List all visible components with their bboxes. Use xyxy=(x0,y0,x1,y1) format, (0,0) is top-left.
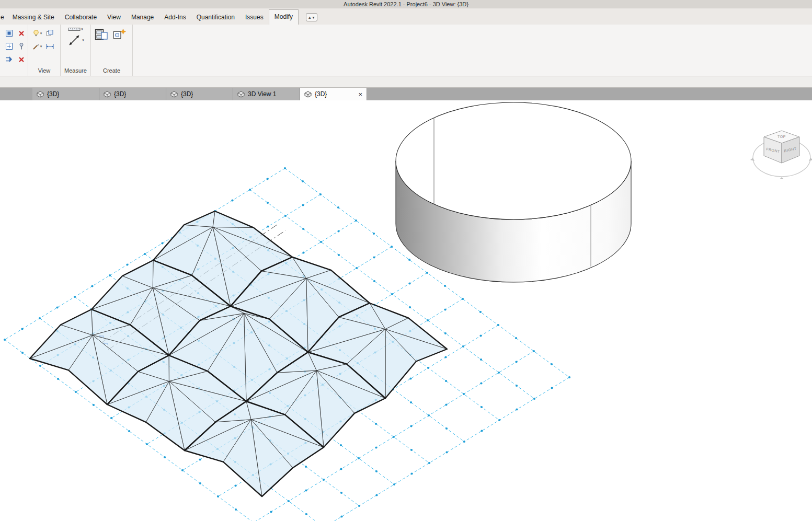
close-icon[interactable]: × xyxy=(358,91,362,98)
chevron-down-icon: ▾ xyxy=(81,27,83,31)
panel-label-create: Create xyxy=(91,66,132,76)
compass-south-icon[interactable] xyxy=(780,177,784,179)
ruler-icon[interactable]: ▾ xyxy=(68,27,83,32)
model-canvas[interactable]: TOP FRONT RIGHT xyxy=(0,100,812,521)
ribbon-tab-clipped[interactable]: e xyxy=(0,10,7,25)
cube-3d-icon xyxy=(170,91,178,98)
view-tab-3d-view-1[interactable]: 3D View 1 xyxy=(233,88,300,100)
cube-3d-icon xyxy=(37,91,44,98)
view-tab-label: {3D} xyxy=(47,90,59,98)
ribbon-panel-view: ▾ ▾ View xyxy=(28,25,61,76)
chevron-down-icon: ▾ xyxy=(40,31,42,36)
view-tab-label: 3D View 1 xyxy=(248,90,276,98)
panel-up-icon: ▴ xyxy=(308,15,311,20)
ribbon: ▾ ▾ View ▾ xyxy=(0,25,812,76)
panel-label-clipped xyxy=(0,73,28,76)
ribbon-tab-view[interactable]: View xyxy=(102,10,126,25)
measure-diagonal-icon[interactable]: ▾ xyxy=(67,33,84,48)
aligned-dimension-icon[interactable] xyxy=(45,43,54,50)
copy-box-icon[interactable] xyxy=(46,29,54,37)
pin-icon[interactable] xyxy=(18,42,25,50)
view-tab-label: {3D} xyxy=(114,90,126,98)
chevron-down-icon: ▾ xyxy=(82,38,84,42)
ribbon-tab-modify[interactable]: Modify xyxy=(269,9,299,25)
view-tab-3d-1[interactable]: {3D} xyxy=(32,88,99,100)
view-tab-3d-3[interactable]: {3D} xyxy=(166,88,233,100)
view-tab-bar: {3D} {3D} {3D} 3D View 1 {3D} × xyxy=(0,88,812,100)
view-cube[interactable]: TOP FRONT RIGHT xyxy=(750,131,812,179)
ribbon-tab-manage[interactable]: Manage xyxy=(126,10,159,25)
cube-3d-icon xyxy=(104,91,111,98)
ribbon-tab-massing-site[interactable]: Massing & Site xyxy=(7,10,60,25)
align-square-icon[interactable] xyxy=(5,29,13,37)
curtain-panel-surface[interactable] xyxy=(30,211,447,496)
view-tab-3d-active[interactable]: {3D} × xyxy=(300,88,367,100)
outline-square-icon[interactable] xyxy=(5,42,13,50)
view-tab-label: {3D} xyxy=(315,90,327,98)
delete-red-x-icon[interactable] xyxy=(18,30,25,37)
panel-label-view: View xyxy=(28,66,60,76)
arrow-list-icon[interactable] xyxy=(5,56,13,63)
ribbon-panel-measure: ▾ ▾ Measure xyxy=(61,25,91,76)
chevron-down-icon: ▾ xyxy=(40,44,42,49)
window-title-bar: Autodesk Revit 2022.1 - Project6 - 3D Vi… xyxy=(0,0,812,8)
ribbon-tab-addins[interactable]: Add-Ins xyxy=(159,10,191,25)
options-bar xyxy=(0,76,812,88)
ribbon-tab-issues[interactable]: Issues xyxy=(240,10,269,25)
ribbon-collapse-button[interactable]: ▴ ▾ xyxy=(306,13,317,21)
ribbon-tab-bar: e Massing & Site Collaborate View Manage… xyxy=(0,8,812,25)
rotate-left-arrow-icon[interactable] xyxy=(750,158,754,161)
rotate-right-arrow-icon[interactable] xyxy=(809,158,812,161)
lightbulb-icon[interactable]: ▾ xyxy=(32,29,42,37)
cube-3d-icon xyxy=(237,91,245,98)
cube-3d-icon xyxy=(304,91,312,98)
chevron-down-icon: ▾ xyxy=(313,15,315,20)
cylinder-mass[interactable] xyxy=(396,102,631,282)
view-tab-3d-2[interactable]: {3D} xyxy=(99,88,166,100)
ribbon-empty-space xyxy=(133,25,812,76)
window-title: Autodesk Revit 2022.1 - Project6 - 3D Vi… xyxy=(344,1,468,7)
ribbon-panel-clipped xyxy=(0,25,28,76)
paintbrush-icon[interactable]: ▾ xyxy=(32,43,42,50)
unpin-red-x-icon[interactable] xyxy=(18,56,25,63)
ribbon-panel-create: Create xyxy=(91,25,133,76)
panel-label-measure: Measure xyxy=(61,66,90,76)
view-cube-top-label: TOP xyxy=(777,135,786,138)
ribbon-tab-quantification[interactable]: Quantification xyxy=(191,10,240,25)
view-tab-label: {3D} xyxy=(181,90,193,98)
legend-window-icon[interactable] xyxy=(94,28,109,42)
scene-drawing[interactable]: TOP FRONT RIGHT xyxy=(0,100,812,521)
cylinder-top-rim xyxy=(396,102,631,219)
ribbon-tab-collaborate[interactable]: Collaborate xyxy=(60,10,102,25)
new-component-star-icon[interactable] xyxy=(112,28,127,42)
